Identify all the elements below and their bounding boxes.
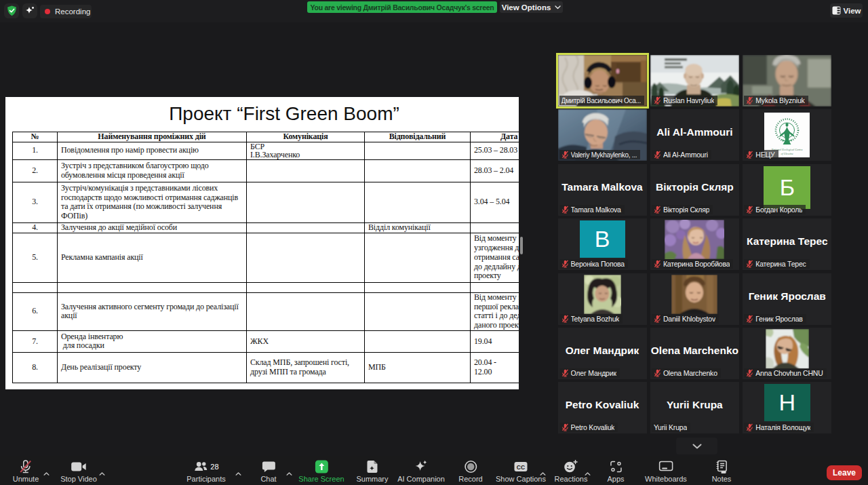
security-shield-button[interactable] — [4, 3, 19, 18]
toolbar-apps-button[interactable]: Apps — [607, 459, 624, 483]
toolbar-reactions-chevron[interactable] — [585, 466, 591, 478]
cell-responsible: Відділ комунікації — [365, 222, 471, 233]
participant-tile[interactable]: Ali Al-AmmouriAli Al-Ammouri — [650, 109, 739, 161]
toolbar-chat-button[interactable]: Chat — [260, 459, 276, 483]
cell-responsible — [365, 330, 471, 352]
muted-mic-icon — [561, 206, 569, 214]
toolbar-participants-button[interactable]: 28Participants — [186, 459, 225, 483]
cell-num: 3. — [13, 182, 58, 222]
toolbar-reactions-button[interactable]: Reactions — [555, 459, 588, 483]
cell-communication — [247, 182, 365, 222]
view-options-button[interactable]: View Options — [500, 1, 563, 13]
muted-mic-icon — [746, 96, 753, 104]
toolbar-show-captions-chevron[interactable] — [540, 466, 546, 478]
toolbar-share-screen-button[interactable]: Share Screen — [298, 459, 344, 483]
participant-tile[interactable]: Tamara MalkovaTamara Malkova — [558, 164, 647, 216]
table-row — [13, 282, 519, 292]
participant-letter-avatar: В — [580, 220, 625, 258]
cell-num: 4. — [13, 222, 58, 233]
participant-tile[interactable]: Дмитрій Васильович Оса... — [558, 55, 647, 106]
table-row: 2.Зустріч з представником благоустрою що… — [13, 159, 519, 182]
muted-mic-icon — [561, 369, 569, 377]
cell-communication — [247, 282, 365, 292]
participant-name-display: Tamara Malkova — [558, 164, 647, 210]
cell-responsible — [365, 159, 471, 182]
cell-action: Зустріч з представником благоустрою щодо… — [58, 159, 247, 182]
toolbar-record-button[interactable]: Record — [458, 459, 482, 483]
participant-tile[interactable]: Petro KovaliukPetro Kovaliuk — [558, 382, 647, 433]
toolbar-show-captions-button[interactable]: CCShow Captions — [496, 459, 546, 483]
participant-name-label: Ruslan Havryliuk — [652, 96, 718, 105]
participant-avatar-image — [584, 275, 621, 314]
participant-tile[interactable]: Геник ЯрославГеник Ярослав — [743, 273, 831, 325]
participant-tile[interactable]: Tetyana Bozhuk — [558, 273, 647, 325]
view-button[interactable]: View — [830, 3, 863, 18]
muted-mic-icon — [561, 315, 569, 323]
whiteboards-icon — [658, 461, 673, 473]
participant-name-display: Olena Marchenko — [650, 328, 739, 374]
muted-mic-icon — [654, 260, 661, 268]
participant-tile[interactable]: Anna Chovhun CHNU — [743, 328, 831, 379]
participant-tile[interactable]: Yurii KrupaYurii Krupa — [650, 382, 739, 433]
toolbar-summary-button[interactable]: Summary — [356, 459, 388, 483]
muted-mic-icon — [654, 96, 661, 104]
cell-date — [471, 222, 519, 233]
recording-indicator[interactable]: Recording — [40, 5, 92, 18]
participant-tile[interactable]: Катерина Воробйова — [650, 218, 739, 270]
leave-button[interactable]: Leave — [827, 465, 862, 480]
participant-tile[interactable]: Ruslan Havryliuk — [650, 55, 739, 106]
participant-tile[interactable]: ББогдан Король — [743, 164, 831, 216]
table-row: 1.Повідомлення про намір провести акціюБ… — [13, 142, 519, 159]
participant-tile[interactable]: Олег МандрикОлег Мандрик — [558, 328, 647, 379]
cell-communication — [247, 233, 365, 282]
toolbar-stop-video-button[interactable]: Stop Video — [60, 459, 97, 483]
chevron-up-icon — [235, 472, 241, 476]
cell-responsible — [365, 282, 471, 292]
toolbar-unmute-button[interactable]: Unmute — [13, 459, 39, 483]
participant-tile[interactable]: Olena MarchenkoOlena Marchenko — [650, 328, 739, 379]
muted-mic-icon — [654, 206, 661, 214]
participant-tile[interactable]: Mykola Blyzniuk — [743, 55, 831, 106]
participant-tile[interactable]: Вікторія СклярВікторія Скляр — [650, 164, 739, 216]
cell-date — [471, 282, 519, 292]
cell-num: 7. — [13, 330, 58, 352]
toolbar-stop-video-chevron[interactable] — [99, 466, 105, 478]
cell-num: 1. — [13, 142, 58, 159]
participant-tile[interactable]: Valeriy Mykhaylenko, ... — [558, 109, 647, 161]
column-header: № — [13, 132, 58, 142]
ai-companion-topbar-button[interactable] — [22, 3, 37, 18]
toolbar-ai-companion-button[interactable]: AI Companion — [397, 459, 445, 483]
participant-tile[interactable]: Катерина ТересКатерина Терес — [743, 218, 831, 270]
document-scrollbar-thumb[interactable] — [520, 237, 523, 254]
cell-num: 2. — [13, 159, 58, 182]
ai-companion-icon — [414, 459, 429, 474]
cell-action: Оренда інвентарю для посадки — [58, 330, 247, 352]
toolbar-notes-button[interactable]: Notes — [712, 459, 732, 483]
participant-tile[interactable]: ННаталія Волощук — [743, 382, 831, 433]
collapse-gallery-button[interactable] — [676, 438, 717, 454]
svg-text:CC: CC — [517, 464, 525, 471]
participant-name-label: Olena Marchenko — [652, 368, 721, 378]
document-title: Проект “First Green Boom” — [5, 103, 519, 125]
cell-date: 25.03 – 28.03 — [471, 142, 519, 159]
toolbar-chat-chevron[interactable] — [286, 466, 292, 478]
participant-name-label: Богдан Король — [744, 205, 806, 214]
muted-mic-icon — [561, 151, 569, 159]
cell-action: Повідомлення про намір провести акцію — [58, 142, 247, 159]
cell-communication — [247, 292, 365, 330]
shared-screen-document: Проект “First Green Boom” №Найменування … — [5, 97, 519, 389]
participant-tile[interactable]: Daniil Khlobystov — [650, 273, 739, 325]
muted-mic-icon — [746, 206, 753, 214]
participant-name-label: Tetyana Bozhuk — [559, 314, 623, 324]
chevron-down-icon — [555, 5, 561, 9]
participant-tile[interactable]: ВВероніка Попова — [558, 218, 647, 270]
participant-name-display: Геник Ярослав — [743, 273, 831, 319]
table-row: 8.День реалізації проектуСклад МПБ, запр… — [13, 352, 519, 383]
toolbar-unmute-chevron[interactable] — [43, 466, 50, 478]
summary-icon — [366, 460, 378, 473]
toolbar-whiteboards-button[interactable]: Whiteboards — [645, 459, 687, 483]
participant-tile[interactable]: National Ecological Centreof UkraineНЕЦУ — [743, 109, 831, 161]
toolbar-participants-chevron[interactable] — [235, 466, 241, 478]
sparkle-icon — [24, 5, 35, 16]
participant-name-label: Mykola Blyzniuk — [744, 96, 808, 105]
